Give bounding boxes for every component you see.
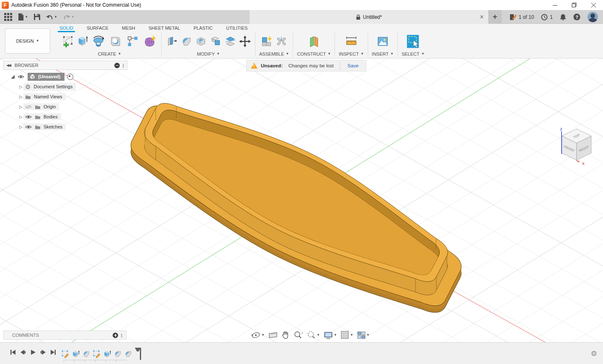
- tree-item-document-settings[interactable]: ▷ ⚙ Document Settings: [3, 82, 127, 92]
- ribbon-icon-row: CREATE▼: [58, 32, 428, 56]
- expanded-arrow-icon[interactable]: [11, 75, 15, 79]
- select-button[interactable]: [405, 33, 420, 50]
- collapse-panel-icon[interactable]: ◀◀: [6, 63, 10, 67]
- version-history-button[interactable]: 1: [541, 14, 553, 21]
- collapse-tree-icon[interactable]: [114, 63, 120, 68]
- display-settings-button[interactable]: ▼: [324, 331, 337, 339]
- group-label-modify[interactable]: MODIFY▼: [197, 51, 220, 56]
- minimize-button[interactable]: [545, 0, 564, 10]
- timeline-sketch1-feature[interactable]: [61, 350, 70, 358]
- construct-plane-button[interactable]: [307, 33, 322, 50]
- timeline-fillet2-feature[interactable]: [113, 350, 122, 358]
- timeline-settings-gear-icon[interactable]: ⚙: [591, 349, 597, 358]
- collapsed-arrow-icon[interactable]: ▷: [19, 95, 23, 99]
- group-label-select[interactable]: SELECT▼: [402, 51, 425, 56]
- tab-close-icon[interactable]: ✕: [479, 14, 484, 20]
- tab-mesh[interactable]: MESH: [122, 26, 135, 31]
- collapsed-arrow-icon[interactable]: ▷: [19, 125, 23, 129]
- notifications-button[interactable]: [560, 14, 566, 21]
- eye-icon[interactable]: [25, 125, 32, 129]
- collapsed-arrow-icon[interactable]: ▷: [19, 85, 23, 89]
- group-label-construct[interactable]: CONSTRUCT▼: [297, 51, 331, 56]
- editable-documents-status[interactable]: 1 of 10: [510, 14, 534, 21]
- zoom-button[interactable]: ±: [294, 331, 303, 339]
- insert-button[interactable]: [375, 33, 390, 50]
- look-at-button[interactable]: [268, 331, 278, 339]
- root-document-item[interactable]: (Unsaved): [28, 73, 64, 81]
- pan-button[interactable]: [281, 331, 290, 339]
- orbit-button[interactable]: ▼: [251, 331, 265, 339]
- tree-item-named-views[interactable]: ▷ Named Views: [3, 92, 127, 102]
- timeline-fillet-feature[interactable]: [82, 350, 90, 358]
- save-link[interactable]: Save: [340, 61, 366, 70]
- app-grid-button[interactable]: [4, 13, 12, 21]
- panel-grip-handle[interactable]: ∥: [122, 63, 124, 68]
- joint-button[interactable]: [275, 34, 288, 49]
- combine-button[interactable]: [209, 34, 222, 49]
- browser-header[interactable]: ◀◀ BROWSER ∥: [3, 61, 127, 70]
- extrude-button[interactable]: [76, 34, 89, 49]
- timeline-sketch2-feature[interactable]: [93, 350, 101, 358]
- split-body-button[interactable]: [224, 34, 237, 49]
- shell-button[interactable]: [195, 34, 207, 49]
- tree-root-row[interactable]: (Unsaved): [3, 72, 127, 82]
- timeline-extrude2-feature[interactable]: [103, 350, 111, 358]
- timeline-playhead[interactable]: [134, 348, 142, 360]
- tab-solid[interactable]: SOLID: [59, 26, 73, 31]
- pattern-button[interactable]: [125, 33, 140, 50]
- 3d-viewport[interactable]: TOP FRONT RIGHT Z X ◀◀ BROWSER ∥: [0, 59, 603, 342]
- fit-button[interactable]: ▼: [307, 331, 320, 339]
- eye-off-icon[interactable]: [25, 105, 32, 109]
- restore-button[interactable]: [564, 0, 584, 10]
- group-label-create[interactable]: CREATE▼: [98, 51, 121, 56]
- undo-button[interactable]: ▼: [46, 14, 57, 20]
- workspace-switcher[interactable]: DESIGN ▼: [5, 28, 50, 54]
- activate-component-radio[interactable]: [67, 74, 73, 80]
- collapsed-arrow-icon[interactable]: ▷: [19, 115, 23, 119]
- group-label-insert[interactable]: INSERT▼: [372, 51, 394, 56]
- collapsed-arrow-icon[interactable]: ▷: [19, 105, 23, 109]
- go-to-end-button[interactable]: [50, 349, 56, 355]
- new-tab-button[interactable]: +: [488, 10, 502, 24]
- close-button[interactable]: [584, 0, 603, 10]
- group-label-assemble[interactable]: ASSEMBLE▼: [259, 51, 289, 56]
- press-pull-button[interactable]: [165, 34, 178, 49]
- comments-panel[interactable]: COMMENTS ∥: [3, 331, 126, 340]
- go-to-start-button[interactable]: [10, 349, 16, 355]
- timeline-fillet3-feature[interactable]: [124, 350, 132, 358]
- group-label-inspect[interactable]: INSPECT▼: [339, 51, 364, 56]
- tree-item-sketches[interactable]: ▷ Sketches: [3, 122, 127, 132]
- comments-title: COMMENTS: [12, 333, 113, 338]
- user-avatar[interactable]: [588, 12, 598, 22]
- measure-button[interactable]: [344, 33, 359, 50]
- create-form-button[interactable]: [142, 33, 157, 50]
- revolve-button[interactable]: [91, 33, 106, 50]
- grid-snap-button[interactable]: ▼: [341, 331, 353, 339]
- tree-item-origin[interactable]: ▷ Origin: [3, 102, 127, 112]
- tab-sheet-metal[interactable]: SHEET METAL: [149, 26, 180, 31]
- timeline-extrude-feature[interactable]: [72, 350, 80, 358]
- step-back-button[interactable]: [20, 349, 26, 355]
- save-button[interactable]: [34, 14, 40, 20]
- help-button[interactable]: ?: [573, 13, 580, 21]
- document-tab[interactable]: Untitled* ✕: [250, 10, 488, 24]
- hole-button[interactable]: [108, 33, 123, 50]
- tree-item-bodies[interactable]: ▷ Bodies: [3, 112, 127, 122]
- tab-plastic[interactable]: PLASTIC: [193, 26, 213, 31]
- fillet-button[interactable]: [180, 34, 193, 49]
- panel-grip-handle[interactable]: ∥: [121, 333, 123, 338]
- eye-icon[interactable]: [18, 74, 24, 79]
- tab-surface[interactable]: SURFACE: [87, 26, 108, 31]
- file-menu-button[interactable]: ▼: [18, 13, 28, 21]
- viewports-button[interactable]: ▼: [357, 331, 370, 339]
- move-copy-button[interactable]: [239, 34, 251, 49]
- new-component-icon: [261, 36, 273, 47]
- add-comment-icon[interactable]: [113, 333, 118, 338]
- eye-icon[interactable]: [25, 115, 32, 119]
- tab-utilities[interactable]: UTILITIES: [226, 26, 247, 31]
- step-forward-button[interactable]: [40, 349, 46, 355]
- new-component-button[interactable]: [260, 34, 273, 49]
- play-button[interactable]: [30, 349, 36, 355]
- redo-button[interactable]: ▼: [63, 14, 75, 20]
- create-sketch-button[interactable]: [62, 34, 74, 49]
